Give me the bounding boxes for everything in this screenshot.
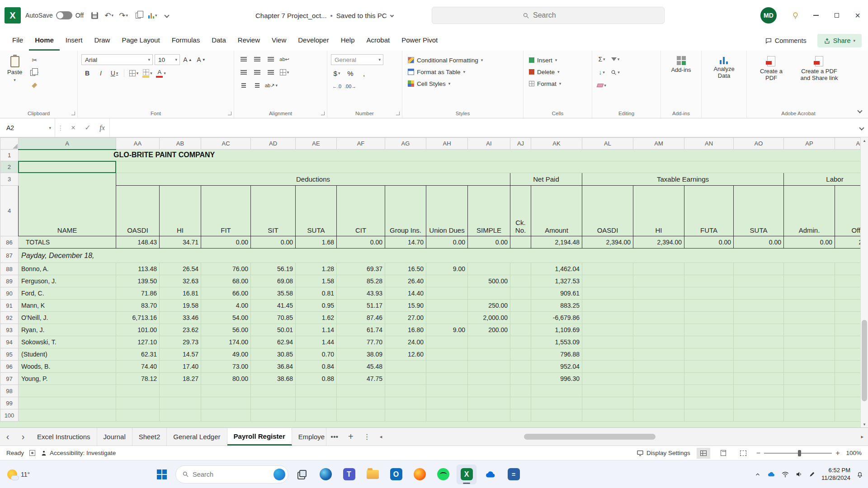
clear-button[interactable]: ▾ (596, 80, 608, 90)
prev-sheet-button[interactable]: ‹ (0, 428, 15, 446)
empty-cell[interactable] (251, 385, 296, 397)
scroll-left-arrow[interactable]: ◂ (380, 428, 382, 446)
data-cell[interactable] (510, 263, 531, 275)
empty-cell[interactable] (201, 397, 251, 409)
normal-view-button[interactable] (697, 448, 710, 459)
row-header[interactable]: 94 (0, 336, 19, 348)
col-header-AN[interactable]: AN (684, 138, 734, 150)
data-cell[interactable]: 0.88 (296, 373, 337, 385)
data-cell[interactable]: 71.86 (116, 287, 160, 300)
comma-format-button[interactable]: , (358, 68, 370, 78)
data-cell[interactable]: 174.00 (201, 336, 251, 348)
data-cell[interactable] (784, 324, 835, 336)
share-button[interactable]: Share ▾ (817, 34, 862, 47)
data-cell[interactable] (784, 300, 835, 312)
autosave-control[interactable]: AutoSave Off (25, 11, 84, 19)
data-cell[interactable] (510, 312, 531, 324)
data-cell[interactable]: 45.48 (337, 361, 385, 373)
more-sheets-button[interactable]: ••• (326, 428, 343, 446)
row-header[interactable]: 4 (0, 186, 19, 236)
column-title[interactable]: FUTA (684, 186, 734, 236)
fill-button[interactable]: ↓▾ (596, 67, 608, 77)
macro-record-icon[interactable] (29, 450, 35, 456)
comments-button[interactable]: Comments (760, 34, 811, 47)
sheet-tab-excel-instructions[interactable]: Excel Instructions (31, 428, 97, 446)
empty-cell[interactable] (116, 385, 160, 397)
data-cell[interactable] (426, 336, 468, 348)
vertical-scroll-thumb[interactable] (862, 320, 867, 401)
data-cell[interactable] (385, 373, 426, 385)
copy-button-qat[interactable] (132, 9, 144, 22)
col-header-AA[interactable]: AA (116, 138, 160, 150)
data-cell[interactable]: 33.46 (160, 312, 201, 324)
titlebar-search-input[interactable] (533, 11, 574, 19)
data-cell[interactable]: 1.62 (296, 312, 337, 324)
data-cell[interactable] (468, 287, 510, 300)
data-cell[interactable] (734, 348, 784, 361)
empty-cell[interactable] (160, 409, 201, 422)
data-cell[interactable] (734, 336, 784, 348)
calculator-app-button[interactable]: = (504, 465, 524, 484)
file-explorer-button[interactable] (363, 465, 382, 484)
data-cell[interactable] (784, 348, 835, 361)
formula-input[interactable] (109, 118, 855, 137)
payday-note[interactable]: Payday, December 18, (19, 249, 868, 263)
wifi-button[interactable] (781, 470, 789, 479)
row-header[interactable]: 3 (0, 173, 19, 186)
col-header-AH[interactable]: AH (426, 138, 468, 150)
row-header[interactable]: 89 (0, 275, 19, 287)
data-cell[interactable] (633, 324, 684, 336)
column-title[interactable]: FIT (201, 186, 251, 236)
menu-tab-help[interactable]: Help (335, 31, 361, 51)
column-title[interactable]: OASDI (582, 186, 633, 236)
data-cell[interactable] (510, 275, 531, 287)
empty-cell[interactable] (734, 385, 784, 397)
column-title[interactable]: HI (633, 186, 684, 236)
employee-name-cell[interactable]: O'Neill, J. (19, 312, 116, 324)
copy-button[interactable]: ▾ (28, 68, 40, 78)
totals-cell[interactable]: 0.00 (251, 236, 296, 249)
excel-logo-icon[interactable]: X (5, 7, 21, 23)
col-header-AB[interactable]: AB (160, 138, 201, 150)
addins-button[interactable]: Add-ins (665, 54, 698, 75)
empty-cell[interactable] (734, 397, 784, 409)
avatar[interactable]: MD (760, 7, 777, 23)
data-cell[interactable]: 2,000.00 (468, 312, 510, 324)
menu-tab-file[interactable]: File (6, 31, 29, 51)
data-cell[interactable] (510, 336, 531, 348)
page-break-view-button[interactable] (736, 448, 750, 459)
empty-cell[interactable] (468, 385, 510, 397)
sheet-tab-general-ledger[interactable]: General Ledger (167, 428, 227, 446)
row-header[interactable]: 99 (0, 397, 19, 409)
data-cell[interactable]: 909.61 (531, 287, 582, 300)
paste-button[interactable]: Paste ▾ (4, 54, 26, 107)
data-cell[interactable]: 14.57 (160, 348, 201, 361)
totals-cell[interactable]: 0.00 (337, 236, 385, 249)
sheet-tab-payroll-register[interactable]: Payroll Register (227, 428, 292, 446)
column-title[interactable]: SUTA (296, 186, 337, 236)
align-center-button[interactable] (251, 67, 263, 77)
decrease-indent-button[interactable] (238, 80, 250, 90)
empty-cell[interactable] (734, 409, 784, 422)
data-cell[interactable]: 27.00 (385, 312, 426, 324)
col-header-A[interactable]: A (19, 138, 116, 150)
empty-cell[interactable] (116, 397, 160, 409)
data-cell[interactable]: 56.19 (251, 263, 296, 275)
data-cell[interactable]: 56.00 (201, 324, 251, 336)
onedrive-app-button[interactable] (480, 465, 500, 484)
data-cell[interactable] (426, 348, 468, 361)
data-cell[interactable]: 17.40 (160, 361, 201, 373)
insert-cells-button[interactable]: Insert▾ (527, 54, 588, 66)
orientation-button[interactable]: ab↗▾ (265, 80, 278, 90)
zoom-slider-knob[interactable] (798, 450, 801, 456)
employee-name-cell[interactable]: Sokowski, T. (19, 336, 116, 348)
data-cell[interactable]: 796.88 (531, 348, 582, 361)
save-button[interactable] (88, 9, 101, 22)
data-cell[interactable]: 50.01 (251, 324, 296, 336)
data-cell[interactable]: 51.17 (337, 300, 385, 312)
totals-cell[interactable]: 2,394.00 (582, 236, 633, 249)
notifications-button[interactable] (856, 471, 863, 478)
empty-cell[interactable] (337, 385, 385, 397)
data-cell[interactable] (633, 300, 684, 312)
data-cell[interactable]: 43.93 (337, 287, 385, 300)
